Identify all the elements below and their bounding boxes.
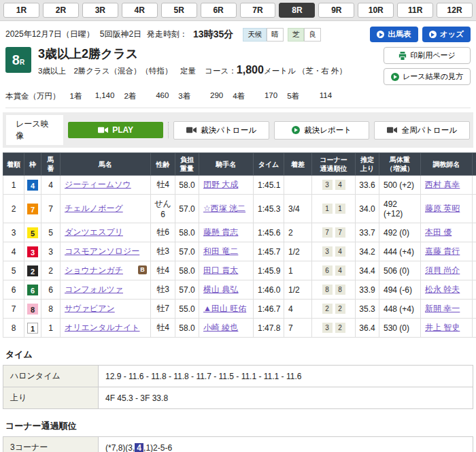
stewards-patrol-button[interactable]: 裁決パトロール xyxy=(173,121,269,140)
horse-name-link[interactable]: ダンツエスプリ xyxy=(65,227,123,237)
margin: 1/2 xyxy=(284,280,312,300)
race-tab[interactable]: 9R xyxy=(318,3,354,18)
corner-positions: 34 xyxy=(312,242,356,261)
margin: 2 xyxy=(284,223,312,242)
body-weight: 492 (0) xyxy=(379,223,421,242)
jockey-link[interactable]: ☆西塚 洸二 xyxy=(203,204,245,213)
col-header: 調教師名 xyxy=(421,153,473,176)
divider xyxy=(168,122,169,138)
race-tab[interactable]: 2R xyxy=(43,3,79,18)
race-tab[interactable]: 1R xyxy=(3,3,39,18)
prize-item: 2着460 xyxy=(124,91,169,101)
jockey-link[interactable]: 小崎 綾也 xyxy=(203,323,238,332)
horse-name-link[interactable]: コスモアンソロジー xyxy=(65,246,139,256)
corner-box: 3 xyxy=(322,180,333,190)
last-3f: 34.0 xyxy=(356,195,379,223)
corner-box: 3 xyxy=(322,323,333,333)
corner-section-heading: コーナー通過順位 xyxy=(5,420,471,432)
jockey-link[interactable]: 和田 竜二 xyxy=(203,246,238,256)
trainer-link[interactable]: 須貝 尚介 xyxy=(425,265,460,275)
race-tab-bar: 1R 2R 3R 4R 5R 6R 7R 8R 9R 10R 11R 12R xyxy=(0,0,476,21)
last-3f: 33.6 xyxy=(356,176,379,195)
horse-number: 6 xyxy=(41,280,61,300)
race-tab-current[interactable]: 8R xyxy=(279,3,315,18)
race-tab[interactable]: 5R xyxy=(161,3,197,18)
corner-positions: 11 xyxy=(312,195,356,223)
horse-name-link[interactable]: オリエンタルナイト xyxy=(65,323,140,332)
corner-box: 6 xyxy=(322,265,333,276)
full-patrol-button[interactable]: 全周パトロール xyxy=(374,121,470,140)
winner-number-box: 4 xyxy=(135,443,143,452)
stewards-report-button[interactable]: 裁決レポート xyxy=(274,121,370,140)
finish-position: 4 xyxy=(3,242,24,261)
horse-number: 8 xyxy=(41,300,61,319)
race-tab[interactable]: 4R xyxy=(122,3,158,18)
last-3f: 34.4 xyxy=(356,261,379,280)
result-guide-button[interactable]: レース結果の見方 xyxy=(384,68,471,85)
race-tab[interactable]: 3R xyxy=(82,3,118,18)
race-info-row: 2025年12月7日（日曜） 5回阪神2日 発走時刻： 13時35分 天候 晴 … xyxy=(5,27,471,42)
last-up-label: 上り xyxy=(3,387,99,409)
play-button[interactable]: PLAY xyxy=(68,122,163,138)
sex-age: せん6 xyxy=(151,195,175,223)
odds-button[interactable]: オッズ xyxy=(422,27,471,42)
turf-value: 良 xyxy=(304,28,321,42)
trainer-link[interactable]: 嘉藤 貴行 xyxy=(425,246,460,256)
jockey-link[interactable]: 田口 貫太 xyxy=(203,265,238,275)
col-header: タイム xyxy=(254,153,284,176)
jockey-link[interactable]: 横山 典弘 xyxy=(203,285,238,294)
corner3-order: (*7,8)(3,4,1)2-5-6 xyxy=(99,437,473,452)
finish-position: 1 xyxy=(3,176,24,195)
race-date: 2025年12月7日（日曜） xyxy=(5,29,95,40)
race-tab[interactable]: 6R xyxy=(201,3,237,18)
horse-name-link[interactable]: サヴァビアン xyxy=(65,304,115,313)
carried-weight: 57.0 xyxy=(175,242,199,261)
horse-name-link[interactable]: コンフォルツァ xyxy=(65,285,123,294)
carried-weight: 58.0 xyxy=(175,319,199,338)
corner-box: 4 xyxy=(335,246,345,257)
carried-weight: 55.0 xyxy=(175,300,199,319)
win-popularity: 3 xyxy=(473,242,476,261)
course-distance: 1,800 xyxy=(237,64,264,76)
sex-age: 牡6 xyxy=(151,223,175,242)
body-weight: 444 (+4) xyxy=(379,242,421,261)
race-tab[interactable]: 11R xyxy=(397,3,433,18)
corner-positions: 64 xyxy=(312,261,356,280)
horse-name-link[interactable]: ショウナンガチ xyxy=(65,265,123,275)
race-tab[interactable]: 12R xyxy=(437,3,473,18)
print-page-button[interactable]: 印刷用ページ xyxy=(384,47,471,64)
entry-table-button[interactable]: 出馬表 xyxy=(370,27,418,42)
horse-name-link[interactable]: チェルノボーグ xyxy=(65,204,123,213)
body-weight: 500 (+2) xyxy=(379,176,421,195)
trainer-link[interactable]: 新開 幸一 xyxy=(425,304,460,313)
finish-position: 3 xyxy=(3,223,24,242)
race-tab[interactable]: 7R xyxy=(240,3,276,18)
race-tab[interactable]: 10R xyxy=(358,3,394,18)
printer-icon xyxy=(398,52,407,60)
trainer-link[interactable]: 本田 優 xyxy=(425,227,452,237)
trainer-link[interactable]: 西村 真幸 xyxy=(425,180,460,189)
sex-age: 牡7 xyxy=(151,300,175,319)
sex-age: 牡3 xyxy=(151,242,175,261)
prize-item: 3着290 xyxy=(178,91,223,101)
finish-time: 1:46.0 xyxy=(254,280,284,300)
sex-age: 牡3 xyxy=(151,280,175,300)
jockey-link[interactable]: 藤懸 貴志 xyxy=(203,227,238,237)
trainer-link[interactable]: 藤原 英昭 xyxy=(425,204,460,213)
last-up-value: 4F 45.3 - 3F 33.8 xyxy=(99,387,473,409)
table-row: 1 4 4 ジーティームソウ 牡4 58.0 団野 大成 1:45.1 34 3… xyxy=(3,176,476,195)
sex-age: 牡4 xyxy=(151,176,175,195)
jockey-link[interactable]: 団野 大成 xyxy=(203,180,238,189)
corner-box: 2 xyxy=(335,323,345,333)
trainer-link[interactable]: 松永 幹夫 xyxy=(425,285,460,294)
corner-box: 3 xyxy=(322,246,333,257)
horse-name-link[interactable]: ジーティームソウ xyxy=(65,180,131,189)
col-header: 馬名 xyxy=(61,153,151,176)
carried-weight: 58.0 xyxy=(175,223,199,242)
race-number-badge: 8R xyxy=(5,47,31,73)
jockey-link[interactable]: ▲田山 旺佑 xyxy=(203,304,246,313)
win-popularity: 4 xyxy=(473,176,476,195)
carried-weight: 58.0 xyxy=(175,176,199,195)
trainer-link[interactable]: 井上 智史 xyxy=(425,323,460,332)
win-popularity: 7 xyxy=(473,319,476,338)
